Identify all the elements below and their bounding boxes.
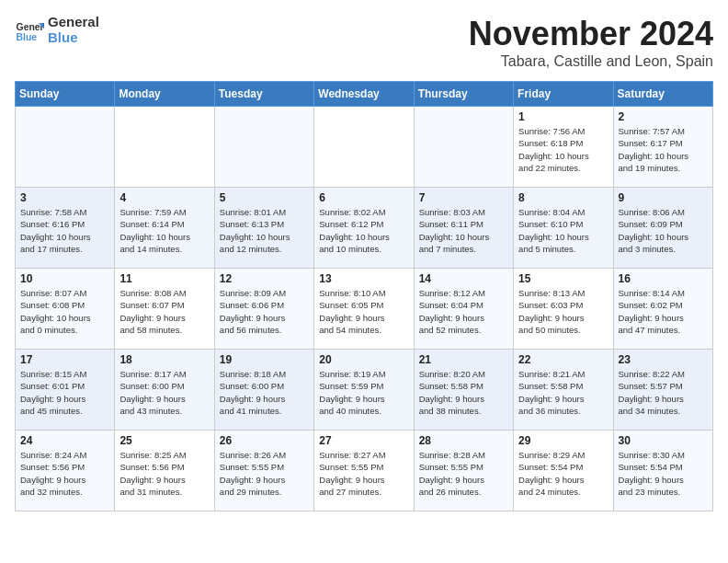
calendar-day-3: 3Sunrise: 7:58 AM Sunset: 6:16 PM Daylig… bbox=[16, 188, 115, 269]
day-info: Sunrise: 7:58 AM Sunset: 6:16 PM Dayligh… bbox=[20, 206, 109, 255]
day-info: Sunrise: 8:12 AM Sunset: 6:04 PM Dayligh… bbox=[419, 287, 508, 336]
day-number: 1 bbox=[518, 110, 608, 123]
calendar-week-row: 10Sunrise: 8:07 AM Sunset: 6:08 PM Dayli… bbox=[16, 269, 713, 350]
calendar-day-2: 2Sunrise: 7:57 AM Sunset: 6:17 PM Daylig… bbox=[613, 107, 712, 188]
calendar-day-14: 14Sunrise: 8:12 AM Sunset: 6:04 PM Dayli… bbox=[414, 269, 513, 350]
calendar-day-21: 21Sunrise: 8:20 AM Sunset: 5:58 PM Dayli… bbox=[414, 350, 513, 431]
calendar-week-row: 17Sunrise: 8:15 AM Sunset: 6:01 PM Dayli… bbox=[16, 350, 713, 431]
calendar-day-1: 1Sunrise: 7:56 AM Sunset: 6:18 PM Daylig… bbox=[514, 107, 613, 188]
day-number: 29 bbox=[518, 434, 608, 447]
page-header: General Blue General Blue November 2024 … bbox=[15, 15, 713, 70]
calendar-table: SundayMondayTuesdayWednesdayThursdayFrid… bbox=[15, 81, 713, 511]
calendar-day-26: 26Sunrise: 8:26 AM Sunset: 5:55 PM Dayli… bbox=[214, 431, 313, 511]
calendar-day-17: 17Sunrise: 8:15 AM Sunset: 6:01 PM Dayli… bbox=[16, 350, 115, 431]
day-info: Sunrise: 8:17 AM Sunset: 6:00 PM Dayligh… bbox=[119, 368, 209, 417]
calendar-day-8: 8Sunrise: 8:04 AM Sunset: 6:10 PM Daylig… bbox=[514, 188, 613, 269]
calendar-day-9: 9Sunrise: 8:06 AM Sunset: 6:09 PM Daylig… bbox=[613, 188, 712, 269]
calendar-empty-cell bbox=[214, 107, 313, 188]
day-number: 3 bbox=[20, 191, 109, 204]
calendar-day-15: 15Sunrise: 8:13 AM Sunset: 6:03 PM Dayli… bbox=[514, 269, 613, 350]
day-number: 20 bbox=[319, 353, 408, 366]
day-number: 21 bbox=[419, 353, 508, 366]
day-number: 9 bbox=[619, 191, 708, 204]
weekday-header-wednesday: Wednesday bbox=[314, 82, 414, 107]
calendar-day-7: 7Sunrise: 8:03 AM Sunset: 6:11 PM Daylig… bbox=[414, 188, 513, 269]
day-number: 5 bbox=[220, 191, 309, 204]
day-number: 14 bbox=[419, 272, 508, 285]
day-number: 26 bbox=[220, 434, 309, 447]
calendar-day-5: 5Sunrise: 8:01 AM Sunset: 6:13 PM Daylig… bbox=[214, 188, 313, 269]
day-number: 11 bbox=[119, 272, 209, 285]
calendar-week-row: 3Sunrise: 7:58 AM Sunset: 6:16 PM Daylig… bbox=[16, 188, 713, 269]
day-info: Sunrise: 8:26 AM Sunset: 5:55 PM Dayligh… bbox=[220, 449, 309, 498]
calendar-day-6: 6Sunrise: 8:02 AM Sunset: 6:12 PM Daylig… bbox=[314, 188, 414, 269]
calendar-empty-cell bbox=[115, 107, 214, 188]
day-number: 4 bbox=[119, 191, 209, 204]
day-number: 7 bbox=[419, 191, 508, 204]
weekday-header-row: SundayMondayTuesdayWednesdayThursdayFrid… bbox=[16, 82, 713, 107]
day-number: 17 bbox=[20, 353, 109, 366]
calendar-day-23: 23Sunrise: 8:22 AM Sunset: 5:57 PM Dayli… bbox=[613, 350, 712, 431]
logo: General Blue General Blue bbox=[15, 15, 99, 45]
calendar-day-16: 16Sunrise: 8:14 AM Sunset: 6:02 PM Dayli… bbox=[613, 269, 712, 350]
calendar-day-25: 25Sunrise: 8:25 AM Sunset: 5:56 PM Dayli… bbox=[115, 431, 214, 511]
calendar-week-row: 1Sunrise: 7:56 AM Sunset: 6:18 PM Daylig… bbox=[16, 107, 713, 188]
calendar-day-12: 12Sunrise: 8:09 AM Sunset: 6:06 PM Dayli… bbox=[214, 269, 313, 350]
day-number: 15 bbox=[518, 272, 608, 285]
day-info: Sunrise: 8:07 AM Sunset: 6:08 PM Dayligh… bbox=[20, 287, 109, 336]
weekday-header-thursday: Thursday bbox=[414, 82, 513, 107]
day-number: 6 bbox=[319, 191, 408, 204]
calendar-day-18: 18Sunrise: 8:17 AM Sunset: 6:00 PM Dayli… bbox=[115, 350, 214, 431]
day-info: Sunrise: 7:59 AM Sunset: 6:14 PM Dayligh… bbox=[119, 206, 209, 255]
day-number: 13 bbox=[319, 272, 408, 285]
logo-icon: General Blue bbox=[15, 16, 44, 45]
day-number: 19 bbox=[220, 353, 309, 366]
calendar-day-13: 13Sunrise: 8:10 AM Sunset: 6:05 PM Dayli… bbox=[314, 269, 414, 350]
calendar-empty-cell bbox=[314, 107, 414, 188]
day-number: 30 bbox=[619, 434, 708, 447]
calendar-day-24: 24Sunrise: 8:24 AM Sunset: 5:56 PM Dayli… bbox=[16, 431, 115, 511]
weekday-header-friday: Friday bbox=[514, 82, 613, 107]
weekday-header-saturday: Saturday bbox=[613, 82, 712, 107]
day-info: Sunrise: 8:08 AM Sunset: 6:07 PM Dayligh… bbox=[119, 287, 209, 336]
day-number: 25 bbox=[119, 434, 209, 447]
calendar-day-20: 20Sunrise: 8:19 AM Sunset: 5:59 PM Dayli… bbox=[314, 350, 414, 431]
day-number: 22 bbox=[518, 353, 608, 366]
calendar-day-29: 29Sunrise: 8:29 AM Sunset: 5:54 PM Dayli… bbox=[514, 431, 613, 511]
day-info: Sunrise: 8:13 AM Sunset: 6:03 PM Dayligh… bbox=[518, 287, 608, 336]
day-number: 16 bbox=[619, 272, 708, 285]
day-info: Sunrise: 8:30 AM Sunset: 5:54 PM Dayligh… bbox=[619, 449, 708, 498]
day-info: Sunrise: 8:20 AM Sunset: 5:58 PM Dayligh… bbox=[419, 368, 508, 417]
weekday-header-sunday: Sunday bbox=[16, 82, 115, 107]
calendar-week-row: 24Sunrise: 8:24 AM Sunset: 5:56 PM Dayli… bbox=[16, 431, 713, 511]
logo-general: General bbox=[48, 15, 99, 30]
calendar-day-10: 10Sunrise: 8:07 AM Sunset: 6:08 PM Dayli… bbox=[16, 269, 115, 350]
day-info: Sunrise: 8:01 AM Sunset: 6:13 PM Dayligh… bbox=[220, 206, 309, 255]
day-number: 2 bbox=[619, 110, 708, 123]
calendar-empty-cell bbox=[414, 107, 513, 188]
calendar-day-28: 28Sunrise: 8:28 AM Sunset: 5:55 PM Dayli… bbox=[414, 431, 513, 511]
day-info: Sunrise: 7:56 AM Sunset: 6:18 PM Dayligh… bbox=[518, 125, 608, 174]
day-info: Sunrise: 8:27 AM Sunset: 5:55 PM Dayligh… bbox=[319, 449, 408, 498]
day-info: Sunrise: 8:19 AM Sunset: 5:59 PM Dayligh… bbox=[319, 368, 408, 417]
day-info: Sunrise: 8:24 AM Sunset: 5:56 PM Dayligh… bbox=[20, 449, 109, 498]
day-info: Sunrise: 7:57 AM Sunset: 6:17 PM Dayligh… bbox=[619, 125, 708, 174]
location-title: Tabara, Castille and Leon, Spain bbox=[469, 53, 713, 70]
calendar-day-22: 22Sunrise: 8:21 AM Sunset: 5:58 PM Dayli… bbox=[514, 350, 613, 431]
calendar-day-27: 27Sunrise: 8:27 AM Sunset: 5:55 PM Dayli… bbox=[314, 431, 414, 511]
calendar-day-4: 4Sunrise: 7:59 AM Sunset: 6:14 PM Daylig… bbox=[115, 188, 214, 269]
day-number: 27 bbox=[319, 434, 408, 447]
day-info: Sunrise: 8:06 AM Sunset: 6:09 PM Dayligh… bbox=[619, 206, 708, 255]
day-info: Sunrise: 8:02 AM Sunset: 6:12 PM Dayligh… bbox=[319, 206, 408, 255]
calendar-day-11: 11Sunrise: 8:08 AM Sunset: 6:07 PM Dayli… bbox=[115, 269, 214, 350]
svg-text:Blue: Blue bbox=[17, 32, 38, 42]
day-number: 28 bbox=[419, 434, 508, 447]
day-number: 8 bbox=[518, 191, 608, 204]
day-number: 23 bbox=[619, 353, 708, 366]
calendar-day-30: 30Sunrise: 8:30 AM Sunset: 5:54 PM Dayli… bbox=[613, 431, 712, 511]
day-number: 12 bbox=[220, 272, 309, 285]
day-info: Sunrise: 8:22 AM Sunset: 5:57 PM Dayligh… bbox=[619, 368, 708, 417]
weekday-header-tuesday: Tuesday bbox=[214, 82, 313, 107]
title-section: November 2024 Tabara, Castille and Leon,… bbox=[469, 15, 713, 70]
day-number: 18 bbox=[119, 353, 209, 366]
